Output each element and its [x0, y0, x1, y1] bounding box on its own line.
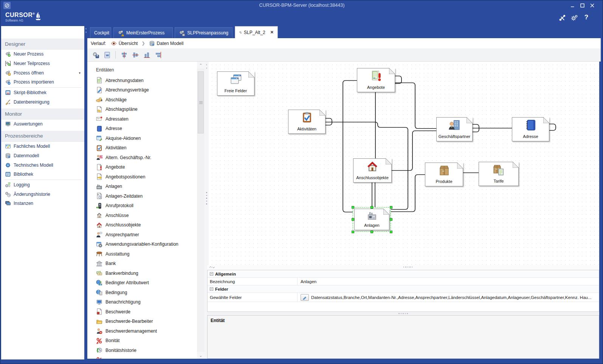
diagram-node-tarife[interactable]: Tarife: [479, 162, 519, 186]
selection-handle[interactable]: [352, 218, 354, 221]
scrollbar-thumb[interactable]: [198, 71, 204, 133]
property-group[interactable]: Allgemein: [208, 270, 599, 278]
entity-item[interactable]: Anwendungsvariablen-Konfiguration: [87, 240, 197, 249]
entity-item[interactable]: BAnlagen-Zeitdaten: [87, 191, 197, 201]
breadcrumb-item[interactable]: Daten Modell: [149, 40, 184, 46]
align-middle-button[interactable]: [131, 50, 140, 59]
self-loop[interactable]: [395, 76, 401, 84]
tab-cockpit[interactable]: Cockpit: [90, 27, 111, 38]
sidebar-item[interactable]: Prozess öffnen▾: [1, 68, 84, 77]
entity-item[interactable]: Anlagen: [87, 182, 197, 192]
scroll-up-arrow-icon[interactable]: ⌃: [197, 62, 205, 68]
sidebar-item[interactable]: Neuer Teilprozess: [1, 59, 84, 68]
collapse-expand-icons[interactable]: [209, 266, 215, 270]
collapse-box-icon[interactable]: [210, 272, 213, 276]
entity-item[interactable]: Bank: [87, 259, 197, 269]
self-loop[interactable]: [326, 118, 332, 125]
selection-handle[interactable]: [390, 218, 392, 221]
diagram-node-geschaeftspartner[interactable]: Geschäftspartner: [436, 117, 473, 141]
entity-item[interactable]: Adresse: [87, 124, 197, 134]
close-button[interactable]: [587, 2, 597, 9]
diagram-node-aktivitaeten[interactable]: Aktivitäten: [288, 110, 326, 134]
sidebar-item[interactable]: Fachliches Modell: [1, 142, 84, 151]
tools-button[interactable]: [557, 12, 567, 22]
bottom-splitter-grip[interactable]: [398, 313, 408, 314]
entity-item[interactable]: Bedingung: [87, 288, 197, 297]
selection-handle[interactable]: [370, 231, 373, 233]
entity-item[interactable]: Angebotspositionen: [87, 172, 197, 182]
sidebar-item[interactable]: Instanzen: [1, 199, 84, 208]
entity-item[interactable]: Anschlussobjekte: [87, 220, 197, 230]
maximize-button[interactable]: [577, 2, 587, 9]
entity-item[interactable]: Adressaten: [87, 114, 197, 124]
diagram-canvas[interactable]: Freie FelderAngeboteAktivitätenGeschäfts…: [209, 62, 599, 265]
entity-item[interactable]: Abschläge: [87, 95, 197, 105]
diagram-node-freie-felder[interactable]: Freie Felder: [217, 71, 254, 96]
entity-item[interactable]: Bankverbindung: [87, 268, 197, 278]
sidebar-item[interactable]: Datenmodell: [1, 151, 84, 161]
help-button[interactable]: ?: [581, 12, 592, 22]
selection-handle[interactable]: [352, 206, 354, 209]
sidebar-collapse-arrows[interactable]: ‹›: [85, 27, 87, 34]
diagram-node-adresse[interactable]: Adresse: [512, 117, 549, 141]
sidebar-item[interactable]: Auswertungen: [1, 119, 84, 129]
entity-item[interactable]: Bonitätshistorie: [87, 345, 197, 355]
selection-handle[interactable]: [352, 231, 354, 233]
entity-item[interactable]: Ansprechpartner: [87, 230, 197, 240]
entity-item[interactable]: Abrechnungsdaten: [87, 76, 197, 85]
sidebar-item[interactable]: Prozess importieren: [1, 77, 84, 87]
sidebar-item[interactable]: Skript-Bibliothek: [1, 88, 84, 98]
entity-item[interactable]: Anrufprotokoll: [87, 201, 197, 211]
edit-fields-button[interactable]: [301, 294, 309, 301]
selection-rect[interactable]: [353, 207, 391, 232]
entity-item[interactable]: Bonität: [87, 336, 197, 346]
tab-meinersterprozess[interactable]: MeinErsterProzess: [113, 27, 173, 38]
tab-close-icon[interactable]: ✕: [270, 30, 274, 35]
align-bottom-button[interactable]: [142, 50, 151, 59]
connection[interactable]: [343, 81, 357, 212]
entity-item[interactable]: [87, 355, 197, 359]
settings-button[interactable]: [569, 12, 580, 22]
property-panel-header[interactable]: [207, 265, 599, 270]
splitter-grip[interactable]: [206, 192, 207, 204]
splitter-right-arrow-icon[interactable]: ›: [205, 67, 209, 70]
sidebar-item[interactable]: Logging: [1, 180, 84, 190]
dropdown-arrow-icon[interactable]: ▾: [79, 71, 81, 75]
entity-item[interactable]: Abschlagspläne: [87, 105, 197, 115]
connection[interactable]: [395, 83, 436, 129]
breadcrumb-item[interactable]: Übersicht: [111, 40, 138, 46]
scroll-down-arrow-icon[interactable]: ⌄: [197, 352, 205, 359]
entity-item[interactable]: Abrechnungsverträge: [87, 85, 197, 95]
collapse-box-icon[interactable]: [210, 287, 213, 291]
save-button[interactable]: [91, 50, 100, 59]
entity-item[interactable]: Bedingter Attributwert: [87, 278, 197, 288]
entity-item[interactable]: 387639Altern. Geschäftsp.-Nr.: [87, 153, 197, 163]
sidebar-item[interactable]: Neuer Prozess: [1, 50, 84, 59]
selection-handle[interactable]: [370, 206, 373, 209]
sidebar-item[interactable]: Bibliothek: [1, 170, 84, 179]
entity-item[interactable]: Angebote: [87, 163, 197, 172]
tab-slppreisanpassung[interactable]: SLPPreisanpassung: [175, 27, 233, 38]
self-loop[interactable]: [549, 124, 556, 130]
sidebar-item[interactable]: Änderungshistorie: [1, 189, 84, 199]
diagram-node-angebote[interactable]: Angebote: [357, 68, 395, 92]
selection-handle[interactable]: [390, 231, 392, 233]
align-center-button[interactable]: [119, 50, 129, 59]
entity-scrollbar[interactable]: ⌃ ⌄: [197, 62, 205, 359]
entity-item[interactable]: Anschlüsse: [87, 211, 197, 220]
sidebar-item[interactable]: Datenbereinigung: [1, 97, 84, 107]
entity-item[interactable]: Ausstattung: [87, 249, 197, 259]
diagram-node-anschlussobjekte[interactable]: Anschlussobjekte: [353, 158, 392, 183]
entity-item[interactable]: Beschwerde: [87, 307, 197, 317]
entity-item[interactable]: Benachrichtigung: [87, 297, 197, 307]
panel-grip[interactable]: [403, 266, 413, 268]
bottom-splitter[interactable]: [207, 312, 599, 315]
diagram-node-produkte[interactable]: Produkte: [425, 163, 463, 186]
tab-slp_alt_2[interactable]: SLP_Alt_2✕: [235, 26, 278, 38]
selection-handle[interactable]: [390, 206, 392, 209]
export-word-button[interactable]: w: [102, 50, 112, 59]
entity-item[interactable]: Aktivitäten: [87, 143, 197, 153]
entity-item[interactable]: Beschwerde-Bearbeiter: [87, 317, 197, 327]
entity-item[interactable]: Beschwerdemanagement: [87, 326, 197, 336]
minimize-button[interactable]: [567, 2, 577, 9]
